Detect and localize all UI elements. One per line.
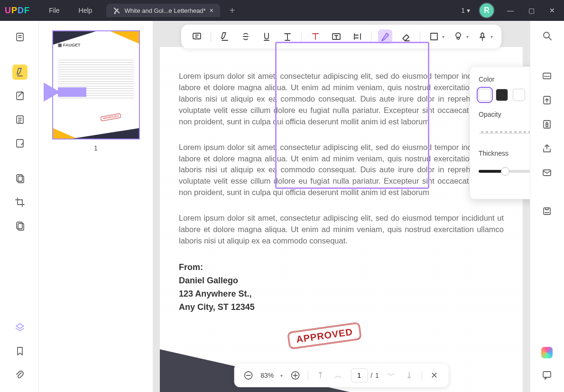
status-bar: 83%▾ ⤒ ︿ / 1 ﹀ ⤓ ✕ [234, 364, 449, 387]
convert-icon[interactable] [542, 95, 552, 108]
page-edit-icon[interactable] [12, 136, 28, 151]
text-format-icon[interactable] [350, 29, 364, 44]
app-logo: UPDF [5, 6, 30, 16]
highlighter-icon[interactable] [12, 65, 28, 80]
save-icon[interactable] [542, 206, 552, 219]
paragraph-2: Lorem ipsum dolor sit amet, consectetur … [179, 142, 504, 199]
attachment-icon[interactable] [12, 367, 28, 383]
first-page-button[interactable]: ⤒ [314, 370, 326, 381]
layers-icon[interactable] [12, 320, 28, 335]
ai-icon[interactable] [541, 347, 553, 358]
sticker-icon [451, 29, 465, 44]
bookmark-icon[interactable] [12, 344, 28, 359]
text-callout-icon[interactable] [308, 29, 323, 44]
shapes-dropdown[interactable]: ▾ [427, 29, 444, 44]
highlight-icon[interactable] [218, 29, 232, 44]
svg-rect-1 [17, 92, 23, 100]
organize-icon[interactable] [12, 171, 28, 186]
eraser-icon[interactable] [399, 29, 413, 44]
search-icon[interactable] [542, 30, 552, 43]
approved-stamp: APPROVED [287, 322, 362, 349]
svg-rect-8 [193, 33, 201, 39]
page-total: 1 [375, 372, 379, 379]
comment-icon[interactable] [190, 29, 204, 44]
strikethrough-icon[interactable] [239, 29, 253, 44]
new-tab-button[interactable]: + [230, 5, 235, 16]
svg-point-11 [456, 33, 461, 37]
tab-title: White and Gol...e Letterhead* [124, 7, 205, 14]
email-icon[interactable] [542, 168, 552, 180]
ocr-icon[interactable] [542, 71, 552, 84]
tutorial-arrow-icon [44, 83, 77, 102]
stamp-dropdown[interactable]: ▾ [451, 29, 469, 44]
zoom-in-button[interactable] [289, 370, 301, 381]
document-tab[interactable]: White and Gol...e Letterhead* × [106, 4, 220, 17]
last-page-button[interactable]: ⤓ [404, 370, 415, 381]
from-block: From: Daniel Gallego 123 Anywhere St., A… [179, 261, 504, 314]
minimize-button[interactable]: — [503, 7, 518, 14]
window-count[interactable]: 1▾ [461, 7, 470, 14]
compress-icon[interactable] [12, 218, 28, 233]
color-swatches [479, 89, 530, 101]
color-white[interactable] [479, 89, 491, 101]
svg-point-14 [544, 32, 549, 38]
thumbnail-panel: ▦ FAUGET APPROVED 1 [39, 21, 153, 392]
thickness-label: Thickness [479, 149, 530, 157]
color-black[interactable] [496, 89, 508, 101]
color-label: Color [479, 75, 530, 83]
svg-rect-15 [543, 73, 551, 79]
crop-icon[interactable] [12, 195, 28, 210]
right-sidebar [530, 21, 563, 392]
page-indicator: / 1 [351, 368, 379, 383]
document-page[interactable]: Lorem ipsum dolor sit amet, consectetur … [160, 47, 523, 392]
from-addr2: Any City, ST 12345 [179, 301, 504, 314]
from-addr1: 123 Anywhere St., [179, 288, 504, 301]
menu-file[interactable]: File [49, 7, 60, 14]
paragraph-3: Lorem ipsum dolor sit amet, consectetur … [179, 213, 504, 247]
svg-rect-0 [17, 33, 23, 41]
color-white2[interactable] [513, 89, 525, 101]
zoom-out-button[interactable] [242, 370, 254, 381]
text-tool-icon[interactable] [280, 29, 295, 44]
square-icon [427, 29, 441, 44]
document-area: ▾ ▾ ▾ Lorem ipsum dolor sit amet, consec… [153, 21, 530, 392]
pencil-icon[interactable] [378, 29, 392, 44]
maximize-button[interactable]: ▢ [524, 7, 538, 14]
protect-icon[interactable] [542, 119, 552, 132]
from-name: Daniel Gallego [179, 274, 504, 288]
user-avatar[interactable]: R [479, 2, 495, 19]
menu-help[interactable]: Help [79, 7, 92, 14]
close-statusbar-button[interactable]: ✕ [429, 370, 440, 381]
underline-icon[interactable] [259, 29, 274, 44]
zoom-dropdown[interactable]: 83%▾ [260, 372, 283, 379]
pencil-properties-popover: Color Opacity 100%▾ Thickness 11pt▾ [470, 66, 530, 199]
page-input[interactable] [351, 368, 368, 383]
next-page-button[interactable]: ﹀ [386, 370, 397, 381]
svg-rect-18 [546, 124, 548, 127]
svg-rect-21 [543, 372, 551, 377]
close-button[interactable]: ✕ [545, 7, 559, 14]
title-bar: UPDF File Help White and Gol...e Letterh… [0, 0, 564, 21]
svg-rect-20 [544, 208, 550, 215]
pencil-off-icon [113, 7, 120, 14]
prev-page-button[interactable]: ︿ [333, 370, 344, 381]
textbox-icon[interactable] [329, 29, 343, 44]
svg-rect-10 [431, 33, 437, 40]
edit-text-icon[interactable] [12, 88, 28, 103]
thickness-slider[interactable] [479, 170, 530, 173]
opacity-label: Opacity [479, 111, 530, 118]
left-sidebar [1, 21, 39, 392]
close-tab-button[interactable]: × [210, 7, 213, 14]
paragraph-1: Lorem ipsum dolor sit amet, consectetur … [179, 71, 504, 128]
main-menu: File Help [49, 7, 92, 14]
pin-dropdown[interactable]: ▾ [475, 29, 493, 44]
thumbnail-page-number: 1 [48, 144, 143, 152]
chat-icon[interactable] [542, 370, 552, 383]
pin-icon [475, 29, 490, 44]
form-icon[interactable] [12, 112, 28, 127]
reader-icon[interactable] [12, 29, 28, 45]
share-icon[interactable] [542, 143, 552, 156]
annotation-toolbar: ▾ ▾ ▾ [153, 25, 530, 48]
from-label: From: [179, 261, 504, 274]
opacity-slider[interactable] [479, 131, 530, 134]
